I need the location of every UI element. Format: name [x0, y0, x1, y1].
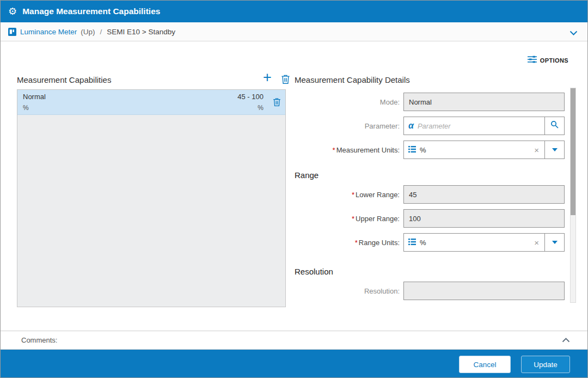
- list-icon: [408, 237, 416, 247]
- clear-range-units-icon[interactable]: ×: [533, 238, 540, 247]
- title-bar: ⚙ Manage Measurement Capabilities: [1, 1, 587, 22]
- mode-row: Mode:: [295, 93, 568, 111]
- add-capability-button[interactable]: +: [263, 70, 272, 85]
- resolution-label: Resolution:: [295, 287, 403, 295]
- breadcrumb-device-link[interactable]: Luminance Meter: [20, 28, 77, 36]
- options-sliders-icon: [528, 56, 537, 65]
- capability-range: 45 - 100: [237, 93, 264, 101]
- details-panel-title: Measurement Capability Details: [295, 75, 410, 84]
- parameter-search-button[interactable]: [544, 117, 565, 135]
- details-form: Mode: Parameter: α: [295, 93, 568, 306]
- lower-range-row: *Lower Range:: [295, 185, 568, 204]
- upper-range-row: *Upper Range:: [295, 209, 568, 228]
- capability-name-units: %: [23, 104, 237, 112]
- parameter-input[interactable]: [418, 122, 540, 130]
- resolution-section-heading: Resolution: [295, 267, 568, 276]
- measurement-units-combo[interactable]: % ×: [403, 141, 545, 159]
- clear-measurement-units-icon[interactable]: ×: [533, 145, 540, 155]
- vertical-scrollbar[interactable]: [570, 88, 576, 303]
- measurement-units-row: *Measurement Units: % ×: [295, 141, 568, 159]
- scrollbar-thumb[interactable]: [571, 88, 575, 215]
- caret-down-icon: [552, 148, 558, 151]
- resolution-row: Resolution:: [295, 282, 568, 300]
- upper-range-input[interactable]: [403, 209, 565, 228]
- main-content: OPTIONS Measurement Capabilities + Norma…: [1, 41, 587, 331]
- capabilities-list: Normal % 45 - 100 %: [17, 89, 286, 307]
- gear-icon: ⚙: [8, 7, 17, 16]
- range-units-dropdown-button[interactable]: [544, 233, 565, 252]
- capabilities-panel-title: Measurement Capabilities: [17, 75, 111, 84]
- capability-item-left: Normal %: [23, 93, 237, 112]
- required-marker: *: [352, 215, 354, 223]
- options-label: OPTIONS: [540, 57, 568, 64]
- required-marker: *: [355, 239, 358, 247]
- parameter-label: Parameter:: [295, 122, 403, 130]
- range-section-heading: Range: [295, 170, 568, 180]
- upper-range-label: *Upper Range:: [295, 215, 403, 223]
- resolution-input[interactable]: [403, 282, 565, 300]
- footer-action-bar: Cancel Update: [1, 350, 587, 378]
- caret-down-icon: [552, 241, 558, 244]
- cancel-button[interactable]: Cancel: [459, 356, 511, 373]
- breadcrumb-separator: /: [100, 28, 102, 36]
- mode-input[interactable]: [403, 93, 565, 111]
- comments-section: Comments:: [1, 331, 587, 350]
- update-button[interactable]: Update: [521, 356, 570, 373]
- delete-capability-button[interactable]: [281, 74, 290, 87]
- measurement-units-dropdown-button[interactable]: [544, 141, 565, 159]
- device-icon: [8, 28, 16, 36]
- parameter-combo: α: [403, 117, 545, 135]
- range-units-combo[interactable]: % ×: [403, 233, 545, 252]
- lower-range-label: *Lower Range:: [295, 191, 403, 199]
- measurement-units-value: %: [420, 146, 426, 154]
- alpha-icon: α: [408, 121, 414, 131]
- capability-item-right: 45 - 100 %: [237, 93, 264, 112]
- list-icon: [408, 145, 416, 155]
- breadcrumb-path: SEMI E10 > Standby: [107, 28, 175, 36]
- required-marker: *: [333, 146, 335, 154]
- parameter-row: Parameter: α: [295, 117, 568, 135]
- delete-item-icon[interactable]: [264, 93, 281, 112]
- range-units-value: %: [420, 239, 426, 247]
- options-button[interactable]: OPTIONS: [528, 56, 568, 65]
- search-icon: [550, 120, 559, 131]
- capability-list-item[interactable]: Normal % 45 - 100 %: [17, 90, 285, 115]
- measurement-units-label: *Measurement Units:: [295, 146, 403, 154]
- capability-name: Normal: [23, 93, 237, 101]
- required-marker: *: [352, 191, 354, 199]
- breadcrumb-collapse-chevron-down-icon[interactable]: [569, 29, 578, 37]
- breadcrumb: Luminance Meter (Up) / SEMI E10 > Standb…: [1, 22, 587, 41]
- comments-collapse-chevron-up-icon[interactable]: [562, 338, 570, 343]
- dialog-title: Manage Measurement Capabilities: [22, 7, 160, 16]
- breadcrumb-up-label[interactable]: (Up): [81, 28, 95, 36]
- capability-range-units: %: [258, 104, 264, 112]
- mode-label: Mode:: [295, 98, 403, 106]
- range-units-row: *Range Units: % ×: [295, 233, 568, 252]
- comments-label: Comments:: [21, 336, 57, 344]
- manage-measurement-capabilities-dialog: ⚙ Manage Measurement Capabilities Lumina…: [0, 0, 588, 378]
- range-units-label: *Range Units:: [295, 239, 403, 247]
- lower-range-input[interactable]: [403, 185, 565, 204]
